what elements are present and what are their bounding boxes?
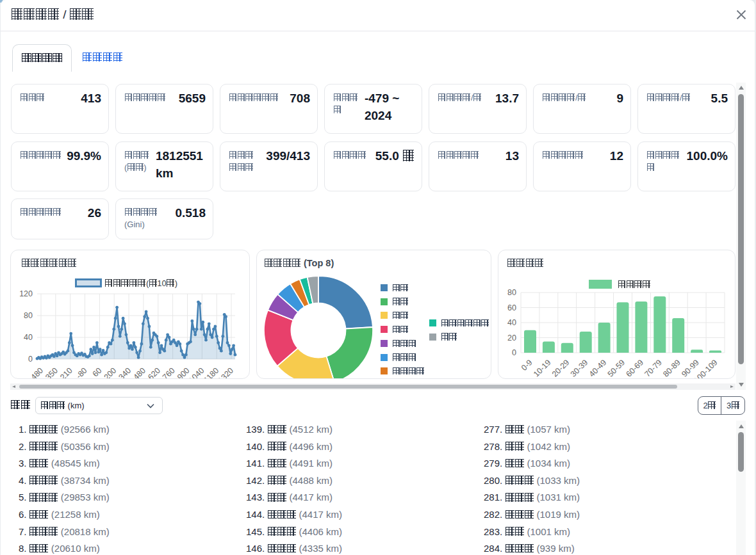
svg-text:40-49: 40-49 (588, 358, 609, 378)
svg-text:200: 200 (103, 366, 119, 378)
svg-text:120: 120 (19, 289, 33, 298)
svg-text:340: 340 (117, 366, 133, 378)
svg-text:60: 60 (507, 303, 516, 312)
svg-text:80-89: 80-89 (661, 358, 682, 378)
svg-text:20-29: 20-29 (550, 358, 571, 378)
svg-text:480: 480 (131, 366, 147, 378)
svg-text:60-69: 60-69 (625, 358, 646, 378)
svg-text:50-59: 50-59 (606, 358, 627, 378)
svg-text:10-19: 10-19 (532, 358, 553, 378)
svg-text:80: 80 (24, 311, 33, 320)
svg-text:760: 760 (161, 366, 177, 378)
svg-text:620: 620 (146, 366, 162, 378)
svg-text:80: 80 (507, 288, 516, 297)
svg-text:40: 40 (24, 333, 33, 342)
svg-text:30-39: 30-39 (569, 358, 590, 378)
svg-text:40: 40 (507, 318, 516, 327)
svg-text:0: 0 (512, 348, 516, 357)
svg-text:0-9: 0-9 (520, 358, 534, 373)
svg-text:60: 60 (91, 366, 104, 378)
svg-text:0: 0 (28, 355, 33, 364)
svg-text:20: 20 (507, 334, 516, 342)
svg-text:70-79: 70-79 (643, 358, 664, 378)
svg-text:-80: -80 (74, 366, 89, 378)
